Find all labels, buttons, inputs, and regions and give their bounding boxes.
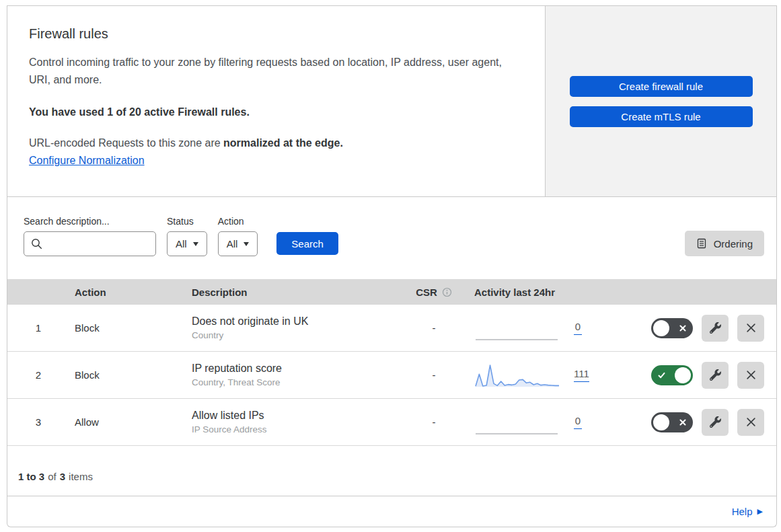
activity-count-link[interactable]: 0 xyxy=(574,321,582,335)
create-mtls-rule-button[interactable]: Create mTLS rule xyxy=(570,106,753,127)
delete-rule-button[interactable] xyxy=(737,409,764,436)
rule-enabled-toggle[interactable] xyxy=(651,412,693,432)
rule-priority: 1 xyxy=(36,322,41,334)
rule-description: Does not originate in UK xyxy=(192,315,404,328)
x-icon xyxy=(679,419,686,426)
csr-column-header: CSR xyxy=(416,287,452,298)
search-input[interactable] xyxy=(48,237,149,250)
action-dropdown-value: All xyxy=(227,238,238,250)
rule-fields: Country xyxy=(192,330,404,340)
check-icon xyxy=(658,372,665,379)
action-label: Action xyxy=(218,216,258,227)
pagination-total: 3 xyxy=(60,471,65,482)
firewall-header-section: Firewall rules Control incoming traffic … xyxy=(7,5,777,197)
table-row: 2 Block IP reputation score Country, Thr… xyxy=(7,352,776,399)
description-column-header: Description xyxy=(185,287,404,298)
create-firewall-rule-button[interactable]: Create firewall rule xyxy=(570,76,753,97)
close-icon xyxy=(746,370,756,380)
activity-sparkline xyxy=(474,362,562,389)
status-label: Status xyxy=(167,216,207,227)
ordering-button[interactable]: Ordering xyxy=(685,231,764,256)
help-bar: Help ▶ xyxy=(7,496,776,527)
normalization-note-prefix: URL-encoded Requests to this zone are xyxy=(29,137,221,149)
search-group: Search description... xyxy=(24,216,156,256)
close-icon xyxy=(746,417,756,427)
ordering-list-icon xyxy=(696,238,707,249)
arrow-right-icon: ▶ xyxy=(757,508,763,515)
rules-table-body: 1 Block Does not originate in UK Country… xyxy=(7,305,776,446)
rule-fields: Country, Threat Score xyxy=(192,377,404,387)
search-label: Search description... xyxy=(24,216,156,227)
wrench-icon xyxy=(710,369,721,381)
pagination-of: of xyxy=(48,471,57,482)
table-row: 1 Block Does not originate in UK Country… xyxy=(7,305,776,352)
page-title: Firewall rules xyxy=(29,26,518,42)
rule-csr-value: - xyxy=(433,416,436,428)
info-icon[interactable] xyxy=(442,287,452,297)
edit-rule-button[interactable] xyxy=(702,362,729,389)
rule-action: Block xyxy=(69,322,185,334)
normalization-note-bold: normalized at the edge. xyxy=(223,137,343,149)
rule-controls xyxy=(619,409,776,436)
rule-controls xyxy=(619,362,776,389)
rule-description-cell: Allow listed IPs IP Source Address xyxy=(185,410,404,434)
table-row: 3 Allow Allow listed IPs IP Source Addre… xyxy=(7,399,776,446)
rule-description-cell: IP reputation score Country, Threat Scor… xyxy=(185,363,404,387)
rule-csr-value: - xyxy=(433,369,436,381)
rule-priority: 2 xyxy=(36,369,41,381)
firewall-rules-panel: Search description... Status All Action xyxy=(7,197,777,527)
activity-count-link[interactable]: 111 xyxy=(574,368,589,382)
rule-action: Allow xyxy=(69,416,185,428)
status-filter-group: Status All xyxy=(167,216,207,256)
chevron-down-icon xyxy=(193,242,198,246)
csr-column-label: CSR xyxy=(416,287,437,298)
configure-normalization-link[interactable]: Configure Normalization xyxy=(29,155,145,167)
normalization-note: URL-encoded Requests to this zone are no… xyxy=(29,137,518,149)
action-filter-group: Action All xyxy=(218,216,258,256)
search-box xyxy=(24,231,156,256)
activity-count-link[interactable]: 0 xyxy=(574,415,582,429)
rule-activity-cell: 0 xyxy=(464,315,619,342)
search-icon xyxy=(31,238,42,250)
rule-controls xyxy=(619,315,776,342)
rule-description: IP reputation score xyxy=(192,363,404,375)
edit-rule-button[interactable] xyxy=(702,409,729,436)
rule-action: Block xyxy=(69,369,185,381)
delete-rule-button[interactable] xyxy=(737,362,764,389)
search-button[interactable]: Search xyxy=(276,232,338,255)
toggle-knob xyxy=(653,414,669,430)
action-dropdown[interactable]: All xyxy=(218,231,258,256)
rule-enabled-toggle[interactable] xyxy=(651,318,693,338)
firewall-header-card: Firewall rules Control incoming traffic … xyxy=(7,6,546,196)
activity-sparkline xyxy=(474,409,562,436)
toggle-knob xyxy=(675,367,691,383)
status-dropdown-value: All xyxy=(176,238,187,250)
filter-bar: Search description... Status All Action xyxy=(7,197,776,272)
wrench-icon xyxy=(710,416,721,428)
close-icon xyxy=(746,323,756,333)
rule-enabled-toggle[interactable] xyxy=(651,365,693,385)
rule-activity-cell: 0 xyxy=(464,409,619,436)
chevron-down-icon xyxy=(244,242,249,246)
rule-csr-value: - xyxy=(433,322,436,334)
actions-panel: Create firewall rule Create mTLS rule xyxy=(546,6,776,196)
table-header-row: Action Description CSR Activity last 24h… xyxy=(7,279,776,305)
action-column-header: Action xyxy=(69,287,185,298)
edit-rule-button[interactable] xyxy=(702,315,729,342)
wrench-icon xyxy=(710,322,721,334)
activity-column-header: Activity last 24hr xyxy=(464,287,619,298)
pagination-items: items xyxy=(69,471,93,482)
page-description: Control incoming traffic to your zone by… xyxy=(29,54,518,89)
activity-sparkline xyxy=(474,315,562,342)
firewall-rules-page: Firewall rules Control incoming traffic … xyxy=(7,5,777,527)
delete-rule-button[interactable] xyxy=(737,315,764,342)
toggle-knob xyxy=(653,320,669,336)
rule-description: Allow listed IPs xyxy=(192,410,404,422)
ordering-button-label: Ordering xyxy=(714,238,753,250)
help-link[interactable]: Help xyxy=(732,506,753,517)
pagination-range: 1 to 3 xyxy=(18,471,44,482)
rule-description-cell: Does not originate in UK Country xyxy=(185,315,404,340)
status-dropdown[interactable]: All xyxy=(167,231,207,256)
rule-fields: IP Source Address xyxy=(192,424,404,434)
rule-activity-cell: 111 xyxy=(464,362,619,389)
